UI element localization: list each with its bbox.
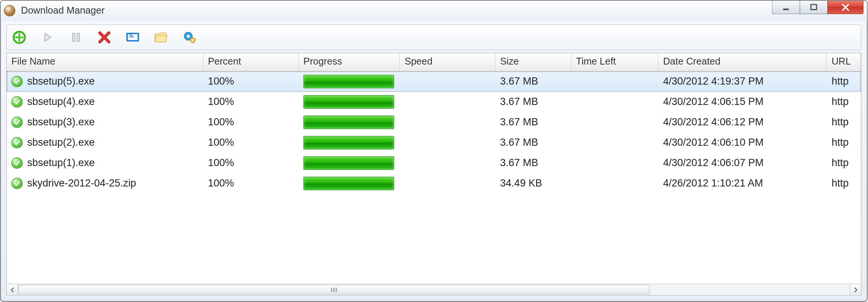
horizontal-scrollbar[interactable] [7, 284, 861, 295]
cell-datecreated: 4/30/2012 4:19:37 PM [659, 71, 827, 91]
titlebar[interactable]: Download Manager [1, 1, 867, 21]
svg-rect-0 [783, 8, 789, 10]
check-icon [11, 137, 23, 148]
cell-filename: skydrive-2012-04-25.zip [7, 173, 203, 193]
column-header-size[interactable]: Size [496, 53, 572, 71]
minimize-button[interactable] [772, 1, 800, 14]
cell-percent: 100% [203, 71, 299, 91]
progress-bar [304, 95, 394, 108]
progress-bar [304, 136, 394, 149]
add-icon [12, 31, 26, 44]
check-icon [11, 96, 23, 107]
minimize-icon [782, 3, 790, 11]
cell-percent: 100% [203, 112, 299, 132]
cell-timeleft [572, 173, 659, 193]
column-header-datecreated[interactable]: Date Created [659, 53, 827, 71]
view-button[interactable] [125, 29, 141, 45]
cell-size: 3.67 MB [496, 153, 572, 173]
scroll-left-button[interactable] [7, 284, 18, 295]
scroll-right-button[interactable] [849, 284, 861, 295]
column-header-speed[interactable]: Speed [400, 53, 496, 71]
cell-timeleft [572, 133, 659, 153]
cell-speed [400, 71, 496, 91]
add-button[interactable] [11, 29, 27, 45]
cell-progress [299, 153, 400, 173]
cell-size: 3.67 MB [496, 112, 572, 132]
filename-text: sbsetup(4).exe [27, 96, 95, 108]
toolbar [6, 25, 862, 51]
column-header-progress[interactable]: Progress [299, 53, 400, 71]
table-row[interactable]: skydrive-2012-04-25.zip 100% 34.49 KB 4/… [7, 173, 861, 194]
cell-size: 3.67 MB [496, 133, 572, 153]
close-button[interactable] [828, 1, 864, 14]
cell-size: 3.67 MB [496, 71, 572, 91]
chevron-right-icon [853, 287, 858, 293]
folder-icon [154, 31, 169, 44]
downloads-table: File Name Percent Progress Speed Size Ti… [6, 53, 862, 296]
cell-speed [400, 92, 496, 112]
delete-icon [98, 31, 111, 44]
cell-url: http [827, 112, 861, 132]
cell-progress [299, 173, 400, 193]
filename-text: sbsetup(2).exe [27, 137, 95, 149]
check-icon [11, 157, 23, 168]
table-row[interactable]: sbsetup(4).exe 100% 3.67 MB 4/30/2012 4:… [7, 92, 861, 112]
pause-icon [70, 32, 82, 43]
check-icon [11, 177, 23, 189]
cell-url: http [827, 173, 861, 193]
cell-url: http [827, 133, 861, 153]
scroll-thumb[interactable] [18, 285, 650, 295]
cell-percent: 100% [203, 133, 299, 153]
resume-button[interactable] [40, 29, 56, 45]
check-icon [11, 116, 23, 128]
settings-button[interactable] [181, 29, 197, 45]
cell-datecreated: 4/30/2012 4:06:12 PM [659, 112, 827, 132]
cell-datecreated: 4/30/2012 4:06:07 PM [659, 153, 827, 173]
cell-filename: sbsetup(4).exe [7, 92, 203, 112]
cell-url: http [827, 92, 861, 112]
progress-bar [304, 156, 394, 169]
app-icon [4, 5, 16, 17]
cell-timeleft [572, 92, 659, 112]
cell-datecreated: 4/30/2012 4:06:15 PM [659, 92, 827, 112]
scroll-track[interactable] [18, 284, 849, 295]
column-header-url[interactable]: URL [827, 53, 861, 71]
chevron-left-icon [10, 287, 14, 293]
open-folder-button[interactable] [153, 29, 169, 45]
cell-datecreated: 4/26/2012 1:10:21 AM [659, 173, 827, 193]
svg-rect-1 [811, 4, 817, 9]
cell-size: 34.49 KB [496, 173, 572, 193]
cell-filename: sbsetup(5).exe [7, 71, 203, 91]
column-header-filename[interactable]: File Name [7, 53, 203, 71]
cell-speed [400, 173, 496, 193]
filename-text: sbsetup(3).exe [27, 116, 95, 128]
cell-percent: 100% [203, 92, 299, 112]
maximize-icon [810, 3, 818, 11]
cell-progress [299, 71, 400, 91]
svg-rect-5 [77, 34, 79, 42]
pause-button[interactable] [68, 29, 84, 45]
download-manager-window: Download Manager [0, 0, 868, 302]
column-header-timeleft[interactable]: Time Left [572, 53, 659, 71]
table-header: File Name Percent Progress Speed Size Ti… [7, 53, 861, 71]
play-icon [42, 32, 53, 43]
table-body: sbsetup(5).exe 100% 3.67 MB 4/30/2012 4:… [7, 71, 861, 284]
table-row[interactable]: sbsetup(3).exe 100% 3.67 MB 4/30/2012 4:… [7, 112, 861, 133]
progress-bar [304, 74, 394, 88]
cell-progress [299, 133, 400, 153]
delete-button[interactable] [96, 29, 112, 45]
table-row[interactable]: sbsetup(5).exe 100% 3.67 MB 4/30/2012 4:… [7, 71, 861, 92]
filename-text: skydrive-2012-04-25.zip [27, 177, 136, 190]
maximize-button[interactable] [800, 1, 828, 14]
window-controls [772, 1, 864, 14]
cell-filename: sbsetup(1).exe [7, 153, 203, 173]
cell-timeleft [572, 153, 659, 173]
column-header-percent[interactable]: Percent [203, 53, 299, 71]
table-row[interactable]: sbsetup(1).exe 100% 3.67 MB 4/30/2012 4:… [7, 153, 861, 173]
cell-size: 3.67 MB [496, 92, 572, 112]
svg-rect-4 [73, 34, 75, 42]
table-row[interactable]: sbsetup(2).exe 100% 3.67 MB 4/30/2012 4:… [7, 133, 861, 153]
close-icon [841, 3, 850, 12]
cell-percent: 100% [203, 173, 299, 193]
cell-timeleft [572, 112, 659, 132]
